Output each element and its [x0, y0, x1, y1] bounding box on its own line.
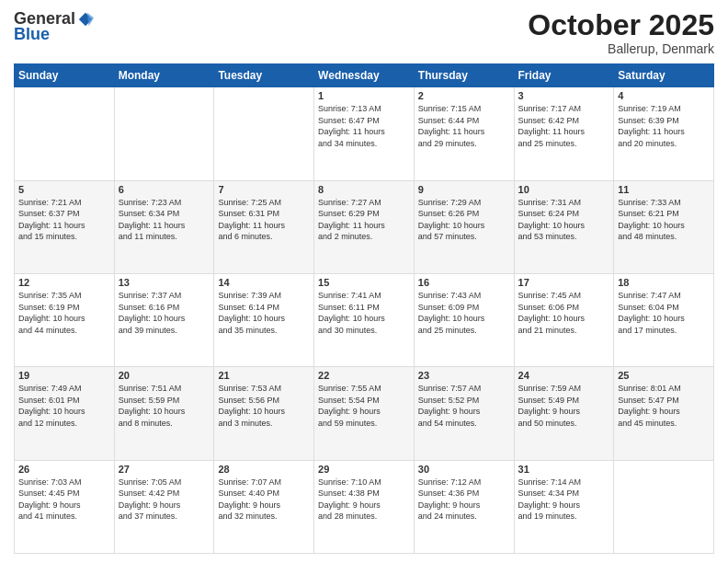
table-row: 24Sunrise: 7:59 AM Sunset: 5:49 PM Dayli…	[514, 367, 614, 460]
day-number: 2	[418, 90, 510, 101]
day-info: Sunrise: 7:19 AM Sunset: 6:39 PM Dayligh…	[618, 103, 710, 149]
day-info: Sunrise: 7:15 AM Sunset: 6:44 PM Dayligh…	[418, 103, 510, 149]
day-number: 22	[318, 370, 410, 381]
table-row: 29Sunrise: 7:10 AM Sunset: 4:38 PM Dayli…	[314, 460, 415, 553]
day-info: Sunrise: 7:05 AM Sunset: 4:42 PM Dayligh…	[119, 477, 210, 523]
day-number: 1	[318, 90, 410, 101]
day-number: 19	[18, 370, 110, 381]
calendar-week-row: 12Sunrise: 7:35 AM Sunset: 6:19 PM Dayli…	[15, 273, 714, 366]
day-info: Sunrise: 7:35 AM Sunset: 6:19 PM Dayligh…	[18, 290, 110, 336]
day-info: Sunrise: 7:53 AM Sunset: 5:56 PM Dayligh…	[218, 383, 310, 429]
day-info: Sunrise: 7:45 AM Sunset: 6:06 PM Dayligh…	[518, 290, 610, 336]
day-number: 9	[418, 184, 510, 195]
month-title: October 2025	[528, 9, 714, 41]
day-number: 5	[18, 184, 110, 195]
day-number: 17	[518, 277, 610, 288]
day-number: 26	[18, 464, 110, 475]
table-row: 3Sunrise: 7:17 AM Sunset: 6:42 PM Daylig…	[514, 87, 614, 180]
day-info: Sunrise: 8:01 AM Sunset: 5:47 PM Dayligh…	[618, 383, 710, 429]
table-row	[214, 87, 314, 180]
table-row	[15, 87, 115, 180]
svg-marker-1	[87, 12, 94, 25]
day-number: 12	[18, 277, 110, 288]
col-sunday: Sunday	[15, 64, 115, 87]
table-row: 11Sunrise: 7:33 AM Sunset: 6:21 PM Dayli…	[614, 180, 714, 273]
day-number: 10	[518, 184, 610, 195]
calendar-week-row: 19Sunrise: 7:49 AM Sunset: 6:01 PM Dayli…	[15, 367, 714, 460]
day-info: Sunrise: 7:27 AM Sunset: 6:29 PM Dayligh…	[318, 197, 410, 243]
table-row: 23Sunrise: 7:57 AM Sunset: 5:52 PM Dayli…	[414, 367, 514, 460]
table-row: 30Sunrise: 7:12 AM Sunset: 4:36 PM Dayli…	[414, 460, 514, 553]
day-info: Sunrise: 7:07 AM Sunset: 4:40 PM Dayligh…	[218, 477, 310, 523]
col-friday: Friday	[514, 64, 614, 87]
day-info: Sunrise: 7:10 AM Sunset: 4:38 PM Dayligh…	[318, 477, 410, 523]
day-info: Sunrise: 7:41 AM Sunset: 6:11 PM Dayligh…	[318, 290, 410, 336]
table-row: 10Sunrise: 7:31 AM Sunset: 6:24 PM Dayli…	[514, 180, 614, 273]
day-number: 16	[418, 277, 510, 288]
day-number: 20	[119, 370, 210, 381]
day-number: 23	[418, 370, 510, 381]
table-row: 25Sunrise: 8:01 AM Sunset: 5:47 PM Dayli…	[614, 367, 714, 460]
day-number: 13	[119, 277, 210, 288]
table-row: 16Sunrise: 7:43 AM Sunset: 6:09 PM Dayli…	[414, 273, 514, 366]
calendar-header-row: Sunday Monday Tuesday Wednesday Thursday…	[15, 64, 714, 87]
day-number: 24	[518, 370, 610, 381]
calendar-week-row: 1Sunrise: 7:13 AM Sunset: 6:47 PM Daylig…	[15, 87, 714, 180]
day-info: Sunrise: 7:03 AM Sunset: 4:45 PM Dayligh…	[18, 477, 110, 523]
day-info: Sunrise: 7:25 AM Sunset: 6:31 PM Dayligh…	[218, 197, 310, 243]
day-number: 15	[318, 277, 410, 288]
table-row: 22Sunrise: 7:55 AM Sunset: 5:54 PM Dayli…	[314, 367, 415, 460]
location: Ballerup, Denmark	[528, 41, 714, 56]
day-info: Sunrise: 7:47 AM Sunset: 6:04 PM Dayligh…	[618, 290, 710, 336]
table-row: 6Sunrise: 7:23 AM Sunset: 6:34 PM Daylig…	[114, 180, 214, 273]
table-row: 2Sunrise: 7:15 AM Sunset: 6:44 PM Daylig…	[414, 87, 514, 180]
day-info: Sunrise: 7:29 AM Sunset: 6:26 PM Dayligh…	[418, 197, 510, 243]
day-info: Sunrise: 7:31 AM Sunset: 6:24 PM Dayligh…	[518, 197, 610, 243]
day-number: 14	[218, 277, 310, 288]
day-info: Sunrise: 7:12 AM Sunset: 4:36 PM Dayligh…	[418, 477, 510, 523]
table-row: 31Sunrise: 7:14 AM Sunset: 4:34 PM Dayli…	[514, 460, 614, 553]
day-info: Sunrise: 7:21 AM Sunset: 6:37 PM Dayligh…	[18, 197, 110, 243]
day-number: 21	[218, 370, 310, 381]
day-info: Sunrise: 7:23 AM Sunset: 6:34 PM Dayligh…	[119, 197, 210, 243]
day-info: Sunrise: 7:39 AM Sunset: 6:14 PM Dayligh…	[218, 290, 310, 336]
table-row	[614, 460, 714, 553]
day-info: Sunrise: 7:14 AM Sunset: 4:34 PM Dayligh…	[518, 477, 610, 523]
day-number: 4	[618, 90, 710, 101]
day-info: Sunrise: 7:57 AM Sunset: 5:52 PM Dayligh…	[418, 383, 510, 429]
calendar-table: Sunday Monday Tuesday Wednesday Thursday…	[14, 63, 714, 554]
table-row: 8Sunrise: 7:27 AM Sunset: 6:29 PM Daylig…	[314, 180, 415, 273]
table-row: 14Sunrise: 7:39 AM Sunset: 6:14 PM Dayli…	[214, 273, 314, 366]
table-row: 9Sunrise: 7:29 AM Sunset: 6:26 PM Daylig…	[414, 180, 514, 273]
table-row: 28Sunrise: 7:07 AM Sunset: 4:40 PM Dayli…	[214, 460, 314, 553]
title-area: October 2025 Ballerup, Denmark	[528, 9, 714, 56]
day-info: Sunrise: 7:59 AM Sunset: 5:49 PM Dayligh…	[518, 383, 610, 429]
table-row: 4Sunrise: 7:19 AM Sunset: 6:39 PM Daylig…	[614, 87, 714, 180]
day-info: Sunrise: 7:55 AM Sunset: 5:54 PM Dayligh…	[318, 383, 410, 429]
table-row: 26Sunrise: 7:03 AM Sunset: 4:45 PM Dayli…	[15, 460, 115, 553]
table-row: 5Sunrise: 7:21 AM Sunset: 6:37 PM Daylig…	[15, 180, 115, 273]
day-number: 7	[218, 184, 310, 195]
table-row: 27Sunrise: 7:05 AM Sunset: 4:42 PM Dayli…	[114, 460, 214, 553]
logo-icon	[77, 11, 94, 28]
day-number: 30	[418, 464, 510, 475]
day-number: 31	[518, 464, 610, 475]
day-info: Sunrise: 7:33 AM Sunset: 6:21 PM Dayligh…	[618, 197, 710, 243]
table-row: 13Sunrise: 7:37 AM Sunset: 6:16 PM Dayli…	[114, 273, 214, 366]
table-row: 7Sunrise: 7:25 AM Sunset: 6:31 PM Daylig…	[214, 180, 314, 273]
logo-blue: Blue	[14, 25, 50, 44]
header: General Blue October 2025 Ballerup, Denm…	[14, 9, 714, 56]
day-number: 11	[618, 184, 710, 195]
day-info: Sunrise: 7:43 AM Sunset: 6:09 PM Dayligh…	[418, 290, 510, 336]
day-number: 18	[618, 277, 710, 288]
day-number: 3	[518, 90, 610, 101]
day-info: Sunrise: 7:13 AM Sunset: 6:47 PM Dayligh…	[318, 103, 410, 149]
col-tuesday: Tuesday	[214, 64, 314, 87]
day-number: 27	[119, 464, 210, 475]
table-row	[114, 87, 214, 180]
table-row: 15Sunrise: 7:41 AM Sunset: 6:11 PM Dayli…	[314, 273, 415, 366]
day-number: 29	[318, 464, 410, 475]
logo: General Blue	[14, 9, 94, 44]
day-info: Sunrise: 7:17 AM Sunset: 6:42 PM Dayligh…	[518, 103, 610, 149]
table-row: 12Sunrise: 7:35 AM Sunset: 6:19 PM Dayli…	[15, 273, 115, 366]
